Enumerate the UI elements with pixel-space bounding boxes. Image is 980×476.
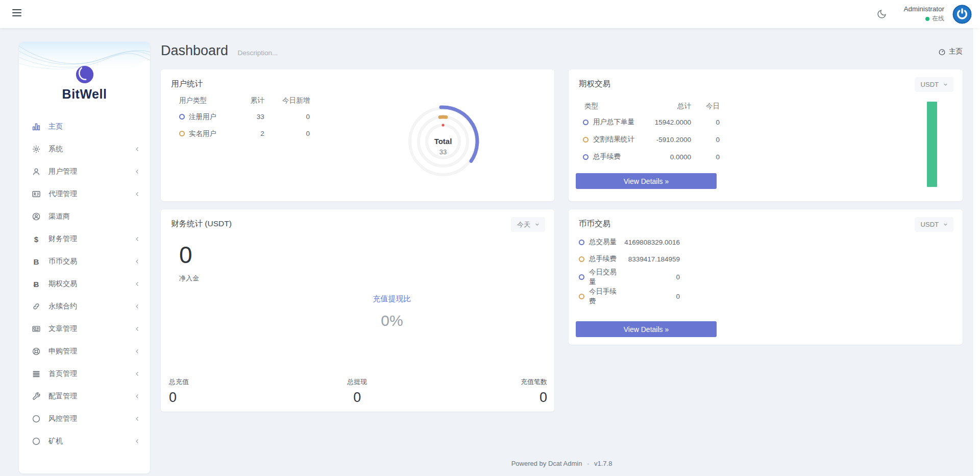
series-dot-icon bbox=[179, 114, 185, 120]
card-title: 财务统计 (USDT) bbox=[171, 219, 232, 229]
sidebar-item-label: 主页 bbox=[48, 122, 63, 131]
stat-total-deposit: 总充值 0 bbox=[169, 377, 189, 406]
sidebar-item-label: 系统 bbox=[48, 145, 63, 154]
ratio-block: 充值提现比 0% bbox=[373, 294, 411, 329]
sidebar-item-label: 代理管理 bbox=[48, 189, 77, 199]
sidebar-item-perpetual[interactable]: 永续合约 bbox=[19, 295, 150, 318]
sidebar-item-system[interactable]: 系统 bbox=[19, 138, 150, 160]
col-header: 累计 bbox=[236, 96, 264, 105]
finance-stats-card: 财务统计 (USDT) 今天 0 净入金 充值提现比 0% 总充值 0 总提现 … bbox=[161, 209, 554, 412]
view-details-button[interactable]: View Details » bbox=[576, 321, 717, 337]
col-header: 今日 bbox=[691, 102, 720, 111]
table-row: 注册用户 33 0 bbox=[171, 108, 310, 125]
chart-center-label: Total bbox=[434, 137, 452, 146]
list-item: 今日交易量 0 bbox=[579, 268, 680, 287]
wrench-icon bbox=[31, 391, 41, 401]
stat-deposit-count: 充值笔数 0 bbox=[521, 377, 547, 406]
net-deposit-label: 净入金 bbox=[179, 274, 199, 283]
deposit-withdraw-ratio-link[interactable]: 充值提现比 bbox=[373, 294, 411, 304]
card-title: 币币交易 bbox=[579, 219, 610, 229]
chevron-left-icon bbox=[134, 370, 141, 377]
dark-mode-toggle[interactable] bbox=[875, 8, 888, 21]
time-filter-select[interactable]: 今天 bbox=[511, 217, 545, 232]
view-details-button[interactable]: View Details » bbox=[576, 173, 717, 189]
sidebar-item-home[interactable]: 主页 bbox=[19, 115, 150, 138]
sidebar-item-channel[interactable]: 渠道商 bbox=[19, 205, 150, 228]
footer: Powered by Dcat Admin · v1.7.8 bbox=[161, 460, 963, 467]
net-deposit-value: 0 bbox=[179, 243, 199, 267]
life-ring-icon bbox=[31, 346, 41, 356]
chevron-down-icon bbox=[943, 222, 948, 227]
hamburger-menu-icon[interactable] bbox=[12, 9, 22, 18]
sidebar-item-miner[interactable]: 矿机 bbox=[19, 430, 150, 453]
sidebar-item-coin-trade[interactable]: B 币币交易 bbox=[19, 250, 150, 273]
page-description: Description... bbox=[238, 49, 278, 57]
id-card-icon bbox=[31, 189, 41, 199]
currency-select[interactable]: USDT bbox=[915, 217, 953, 232]
breadcrumb[interactable]: 主页 bbox=[938, 47, 963, 56]
series-dot-icon bbox=[579, 256, 584, 262]
series-dot-icon bbox=[579, 240, 584, 245]
sidebar-item-options-trade[interactable]: Ƀ 期权交易 bbox=[19, 273, 150, 295]
dollar-icon: $ bbox=[31, 234, 41, 244]
chevron-left-icon bbox=[134, 191, 141, 198]
sidebar-item-agents[interactable]: 代理管理 bbox=[19, 183, 150, 205]
sidebar-item-articles[interactable]: 文章管理 bbox=[19, 318, 150, 340]
chevron-left-icon bbox=[134, 168, 141, 175]
moon-icon bbox=[876, 9, 887, 19]
sidebar-item-label: 矿机 bbox=[48, 437, 63, 446]
sidebar-item-label: 财务管理 bbox=[48, 234, 77, 244]
sidebar-item-users[interactable]: 用户管理 bbox=[19, 160, 150, 183]
circle-icon bbox=[31, 436, 41, 446]
chevron-left-icon bbox=[134, 303, 141, 310]
series-dot-icon bbox=[583, 137, 589, 142]
table-row: 实名用户 2 0 bbox=[171, 125, 310, 142]
finance-bottom-stats: 总充值 0 总提现 0 充值笔数 0 bbox=[161, 372, 554, 406]
sidebar-item-risk[interactable]: 风控管理 bbox=[19, 408, 150, 430]
list-item: 今日手续费 0 bbox=[579, 287, 680, 306]
username: Administrator bbox=[903, 5, 944, 13]
sidebar-item-subscription[interactable]: 申购管理 bbox=[19, 340, 150, 363]
options-table: 类型 总计 今日 用户总下单量 15942.0000 0 交割结果统计 -591… bbox=[579, 99, 720, 165]
currency-select[interactable]: USDT bbox=[915, 77, 953, 92]
col-header: 用户类型 bbox=[171, 96, 236, 105]
bar-chart-bar bbox=[927, 102, 937, 187]
chevron-down-icon bbox=[534, 222, 540, 227]
page-title: Dashboard bbox=[161, 43, 228, 59]
chevron-left-icon bbox=[134, 415, 141, 422]
user-menu[interactable]: Administrator 在线 bbox=[903, 5, 944, 23]
card-title: 用户统计 bbox=[171, 79, 203, 89]
ratio-value: 0% bbox=[373, 312, 411, 329]
avatar[interactable] bbox=[952, 5, 972, 24]
version: v1.7.8 bbox=[594, 460, 612, 467]
sidebar-menu: 主页 系统 用户管理 代理管理 渠道商 bbox=[19, 115, 150, 453]
circle-icon bbox=[31, 414, 41, 424]
brand-block: BitWell bbox=[19, 42, 150, 115]
list-icon bbox=[31, 369, 41, 379]
chevron-left-icon bbox=[134, 146, 141, 153]
chevron-left-icon bbox=[134, 258, 141, 265]
sidebar-item-label: 永续合约 bbox=[48, 302, 77, 311]
online-status: 在线 bbox=[925, 14, 944, 23]
sidebar-item-label: 风控管理 bbox=[48, 414, 77, 423]
sidebar-item-label: 币币交易 bbox=[48, 257, 77, 266]
user-circle-icon bbox=[31, 211, 41, 222]
sidebar-item-config[interactable]: 配置管理 bbox=[19, 385, 150, 408]
user-stats-table: 用户类型 累计 今日新增 注册用户 33 0 实名用户 2 0 bbox=[171, 93, 310, 142]
coin-trade-list: 总交易量 4169808329.0016 总手续费 8339417.184959… bbox=[579, 234, 680, 306]
sidebar-item-finance[interactable]: $ 财务管理 bbox=[19, 228, 150, 250]
sidebar-item-label: 渠道商 bbox=[48, 212, 70, 221]
powered-by[interactable]: Powered by Dcat Admin bbox=[511, 460, 582, 467]
col-header: 总计 bbox=[648, 102, 691, 111]
chevron-down-icon bbox=[943, 82, 948, 87]
scrollbar-track[interactable] bbox=[973, 28, 980, 476]
user-stats-card: 用户统计 用户类型 累计 今日新增 注册用户 33 0 实名用户 2 0 Tot… bbox=[161, 69, 554, 201]
table-row: 用户总下单量 15942.0000 0 bbox=[579, 113, 720, 131]
coin-trade-card: 币币交易 USDT 总交易量 4169808329.0016 总手续费 8339… bbox=[569, 209, 963, 345]
sidebar-item-label: 配置管理 bbox=[48, 392, 77, 401]
sidebar-item-homepage[interactable]: 首页管理 bbox=[19, 363, 150, 385]
chart-center-value: 33 bbox=[439, 148, 447, 156]
sidebar-item-label: 申购管理 bbox=[48, 347, 77, 356]
list-item: 总手续费 8339417.184959 bbox=[579, 251, 680, 268]
sidebar-item-label: 文章管理 bbox=[48, 324, 77, 334]
